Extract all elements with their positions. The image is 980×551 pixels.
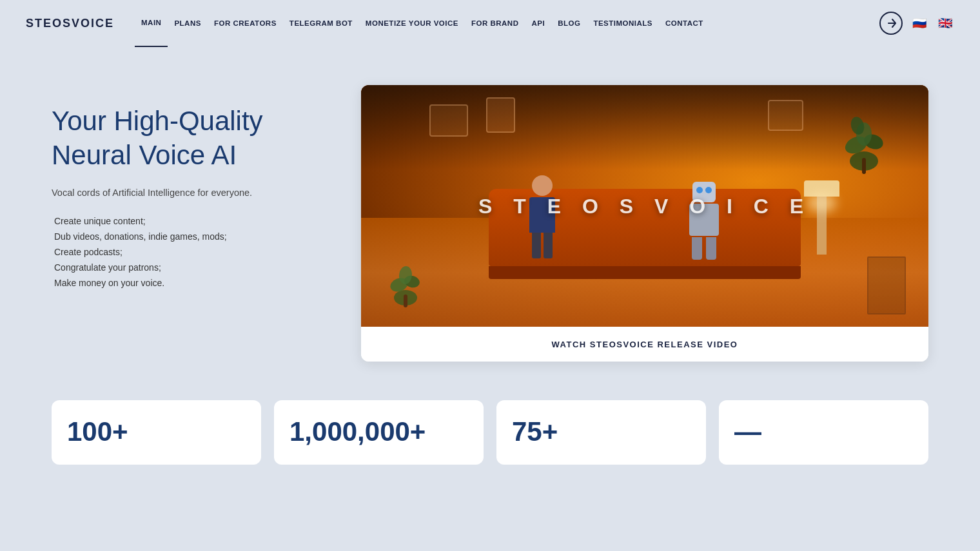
svg-rect-4 — [404, 295, 407, 307]
feature-item-2: Dub videos, donations, indie games, mods… — [52, 231, 322, 242]
brand-logo[interactable]: STEOSVOICE — [26, 17, 114, 30]
wall-art-1 — [429, 104, 468, 137]
scene-lamp — [817, 197, 827, 255]
watch-label[interactable]: WATCH STEOSVOICE RELEASE VIDEO — [552, 340, 738, 349]
plant-left-icon — [389, 256, 422, 307]
video-logo-overlay: S T E O S V O I C E — [478, 194, 811, 218]
stats-section: 100+ 1,000,000+ 75+ — — [0, 387, 980, 478]
nav-links: MAIN PLANS FOR CREATORS TELEGRAM BOT MON… — [135, 0, 879, 47]
stat-card-4: — — [719, 400, 928, 465]
stat-card-1: 100+ — [52, 400, 261, 465]
nav-telegram-bot[interactable]: TELEGRAM BOT — [283, 0, 359, 46]
human-leg-left — [532, 233, 541, 258]
login-icon — [886, 18, 896, 28]
robot-legs — [678, 237, 730, 260]
flag-en-icon[interactable]: 🇬🇧 — [936, 17, 954, 30]
stat-number-1: 100+ — [67, 418, 246, 445]
navbar: STEOSVOICE MAIN PLANS FOR CREATORS TELEG… — [0, 0, 980, 46]
robot-figure — [678, 182, 730, 259]
nav-monetize[interactable]: MONETIZE YOUR VOICE — [359, 0, 465, 46]
video-section: S T E O S V O I C E WATCH STEOSVOICE REL… — [361, 85, 928, 362]
nav-blog[interactable]: BLOG — [551, 0, 587, 46]
hero-subtitle: Vocal cords of Artificial Intelligence f… — [52, 188, 322, 198]
human-legs — [520, 233, 565, 258]
flag-ru-icon[interactable]: 🇷🇺 — [910, 17, 928, 30]
video-footer[interactable]: WATCH STEOSVOICE RELEASE VIDEO — [361, 327, 928, 362]
nav-plans[interactable]: PLANS — [168, 0, 207, 46]
video-card[interactable]: S T E O S V O I C E WATCH STEOSVOICE REL… — [361, 85, 928, 362]
navbar-right: 🇷🇺 🇬🇧 — [879, 12, 954, 35]
nav-api[interactable]: API — [525, 0, 551, 46]
nav-main[interactable]: MAIN — [135, 0, 168, 47]
plant-right-icon — [845, 110, 883, 174]
login-button[interactable] — [879, 12, 903, 35]
video-thumbnail[interactable]: S T E O S V O I C E — [361, 85, 928, 327]
main-content: Your High-Quality Neural Voice AI Vocal … — [0, 46, 980, 387]
nav-contact[interactable]: CONTACT — [659, 0, 710, 46]
wall-art-2 — [486, 97, 515, 133]
stat-number-4: — — [734, 418, 913, 445]
human-head — [532, 175, 553, 196]
robot-leg-right — [706, 237, 716, 260]
stat-number-3: 75+ — [512, 418, 691, 445]
hero-title: Your High-Quality Neural Voice AI — [52, 104, 322, 172]
feature-item-5: Make money on your voice. — [52, 278, 322, 288]
scene-shelf — [867, 256, 906, 314]
human-leg-right — [544, 233, 553, 258]
nav-for-creators[interactable]: FOR CREATORS — [208, 0, 283, 46]
hero-section: Your High-Quality Neural Voice AI Vocal … — [52, 85, 322, 293]
nav-for-brand[interactable]: FOR BRAND — [465, 0, 525, 46]
feature-item-3: Create podcasts; — [52, 247, 322, 257]
stat-card-3: 75+ — [496, 400, 706, 465]
feature-list: Create unique content; Dub videos, donat… — [52, 216, 322, 288]
feature-item-1: Create unique content; — [52, 216, 322, 226]
robot-leg-left — [692, 237, 702, 260]
stat-card-2: 1,000,000+ — [274, 400, 484, 465]
wall-art-3 — [768, 100, 803, 131]
stat-number-2: 1,000,000+ — [289, 418, 468, 445]
feature-item-4: Congratulate your patrons; — [52, 262, 322, 273]
svg-rect-10 — [862, 158, 866, 174]
nav-testimonials[interactable]: TESTIMONIALS — [587, 0, 659, 46]
